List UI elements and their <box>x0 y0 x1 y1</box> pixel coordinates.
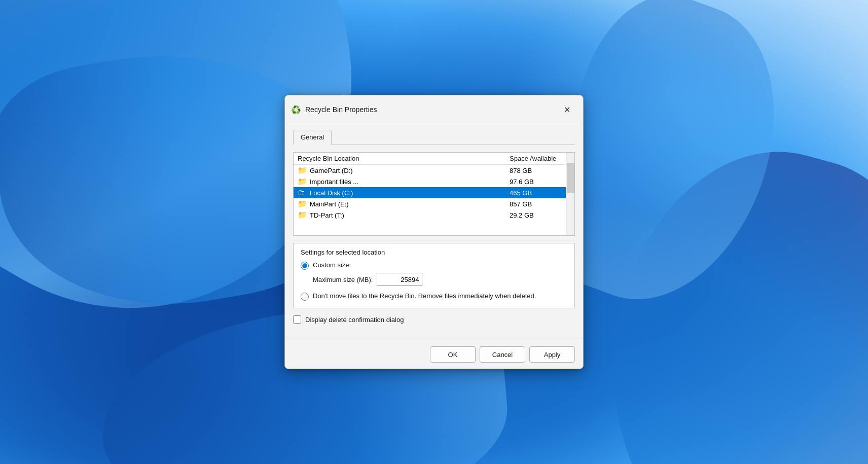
drive-item-tdpart[interactable]: 📁 TD-Part (T:) 29.2 GB <box>294 209 574 221</box>
scrollbar-thumb <box>567 163 574 193</box>
drive-space-local-disk: 465 GB <box>510 189 570 197</box>
drive-item-gamepart[interactable]: 📁 GamePart (D:) 878 GB <box>294 165 574 176</box>
titlebar-left: ♻️ Recycle Bin Properties <box>291 104 377 115</box>
ok-button[interactable]: OK <box>430 346 476 363</box>
radio-group: Custom size: Maximum size (MB): Don't mo… <box>301 261 567 301</box>
drive-list-header: Recycle Bin Location Space Available <box>294 153 574 165</box>
settings-title: Settings for selected location <box>301 248 567 256</box>
custom-size-radio[interactable] <box>301 262 309 270</box>
max-size-input[interactable] <box>377 273 422 286</box>
close-button[interactable]: ✕ <box>559 101 575 118</box>
drive-item-mainpart[interactable]: 📁 MainPart (E:) 857 GB <box>294 198 574 209</box>
cancel-button[interactable]: Cancel <box>480 346 525 363</box>
delete-confirm-checkbox[interactable] <box>293 315 301 324</box>
drive-name-important: Important files ... <box>310 178 510 186</box>
dialog-title: Recycle Bin Properties <box>305 105 377 114</box>
recycle-bin-properties-dialog: ♻️ Recycle Bin Properties ✕ General Recy… <box>284 95 584 369</box>
folder-icon-mainpart: 📁 <box>298 200 308 208</box>
drive-space-gamepart: 878 GB <box>510 167 570 174</box>
settings-section: Settings for selected location Custom si… <box>293 243 575 308</box>
recycle-bin-icon: ♻️ <box>291 104 301 115</box>
tab-general[interactable]: General <box>293 130 332 145</box>
delete-confirm-label[interactable]: Display delete confirmation dialog <box>305 316 404 324</box>
dialog-buttons: OK Cancel Apply <box>285 340 583 369</box>
no-recycle-radio-row: Don't move files to the Recycle Bin. Rem… <box>301 292 567 301</box>
max-size-label: Maximum size (MB): <box>313 276 373 283</box>
col-space-header: Space Available <box>510 155 570 162</box>
drive-name-gamepart: GamePart (D:) <box>310 167 510 174</box>
folder-icon-tdpart: 📁 <box>298 211 308 219</box>
dialog-overlay: ♻️ Recycle Bin Properties ✕ General Recy… <box>0 0 868 464</box>
folder-icon-important: 📁 <box>298 177 308 186</box>
drive-space-important: 97.6 GB <box>510 178 570 186</box>
delete-confirm-row: Display delete confirmation dialog <box>293 315 575 324</box>
folder-icon-gamepart: 📁 <box>298 166 308 174</box>
drive-name-local-disk: Local Disk (C:) <box>310 189 510 197</box>
tab-bar: General <box>293 129 575 145</box>
titlebar: ♻️ Recycle Bin Properties ✕ <box>285 95 583 123</box>
no-recycle-label[interactable]: Don't move files to the Recycle Bin. Rem… <box>313 292 536 300</box>
drive-space-mainpart: 857 GB <box>510 200 570 208</box>
col-name-header: Recycle Bin Location <box>298 155 510 162</box>
drive-list-scrollbar[interactable] <box>566 153 574 235</box>
no-recycle-radio[interactable] <box>301 293 309 301</box>
apply-button[interactable]: Apply <box>529 346 575 363</box>
custom-size-option: Custom size: Maximum size (MB): <box>301 261 567 286</box>
dialog-content: General Recycle Bin Location Space Avail… <box>285 123 583 340</box>
custom-size-label[interactable]: Custom size: <box>313 261 351 269</box>
drive-item-important[interactable]: 📁 Important files ... 97.6 GB <box>294 176 574 187</box>
custom-size-radio-row: Custom size: <box>301 261 567 270</box>
drive-name-tdpart: TD-Part (T:) <box>310 211 510 219</box>
max-size-row: Maximum size (MB): <box>313 273 567 286</box>
drive-list-container: Recycle Bin Location Space Available 📁 G… <box>293 152 575 236</box>
drive-space-tdpart: 29.2 GB <box>510 211 570 219</box>
drive-name-mainpart: MainPart (E:) <box>310 200 510 208</box>
drive-item-local-disk-c[interactable]: 🗂 Local Disk (C:) 465 GB <box>294 187 574 198</box>
folder-icon-local-disk: 🗂 <box>298 189 308 197</box>
